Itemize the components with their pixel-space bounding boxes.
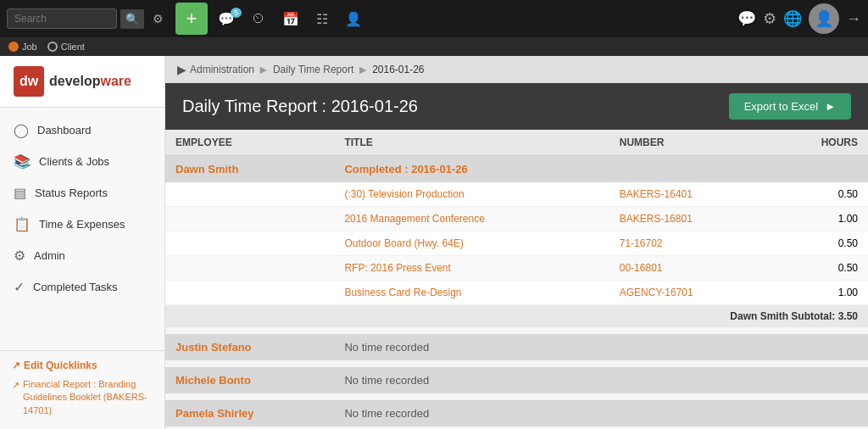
radio-job-label: Job <box>22 42 37 52</box>
edit-quicklinks-btn[interactable]: ↗ Edit Quicklinks <box>12 359 153 371</box>
task-link-2[interactable]: Outdoor Board (Hwy. 64E) <box>344 237 464 249</box>
employee-row-dawn-smith: Dawn Smith Completed : 2016-01-26 <box>165 156 868 183</box>
task-num-link-1[interactable]: BAKERS-16801 <box>620 213 693 225</box>
dashboard-icon: ◯ <box>14 122 29 138</box>
employee-name-michele[interactable]: Michele Bonto <box>165 367 334 393</box>
task-row-4: Business Card Re-Design AGENCY-16701 1.0… <box>165 281 868 305</box>
task-title-4[interactable]: Business Card Re-Design <box>334 281 609 305</box>
sidebar-item-time-expenses[interactable]: 📋 Time & Expenses <box>0 209 164 240</box>
task-hours-0: 0.50 <box>771 182 868 207</box>
quicklink-label: Financial Report : Branding Guidelines B… <box>23 378 153 417</box>
task-emp-2 <box>165 231 334 256</box>
task-number-3[interactable]: 00-16801 <box>609 256 771 281</box>
employee-completed-date: Completed : 2016-01-26 <box>334 156 868 183</box>
logo-text: developware <box>49 74 131 89</box>
logout-icon[interactable]: → <box>846 10 861 28</box>
sidebar: dw developware ◯ Dashboard 📚 Clients & J… <box>0 56 165 429</box>
chat-icon[interactable]: 💬 <box>737 9 756 28</box>
arrow-icon: ↗ <box>12 359 20 371</box>
sidebar-item-dashboard[interactable]: ◯ Dashboard <box>0 114 164 146</box>
sidebar-item-label: Dashboard <box>37 124 92 136</box>
logo-area: dw developware <box>0 56 164 108</box>
time-icon: 📋 <box>14 216 31 232</box>
grid-icon-btn[interactable]: ☷ <box>309 8 335 31</box>
task-row-2: Outdoor Board (Hwy. 64E) 71-16702 0.50 <box>165 231 868 256</box>
notifications-button[interactable]: 💬 5 <box>211 8 242 31</box>
task-title-0[interactable]: (:30) Television Production <box>334 182 609 207</box>
employee-link-justin[interactable]: Justin Stefano <box>175 341 252 354</box>
col-hours: HOURS <box>771 130 868 156</box>
sidebar-item-label: Admin <box>34 249 65 262</box>
task-link-1[interactable]: 2016 Management Conference <box>344 213 484 225</box>
task-number-0[interactable]: BAKERS-16401 <box>609 182 771 207</box>
people-icon-btn[interactable]: 👤 <box>338 8 369 31</box>
breadcrumb-sep-2: ► <box>357 63 369 76</box>
export-arrow-icon: ► <box>825 100 836 113</box>
employee-row-justin: Justin Stefano No time recorded <box>165 334 868 360</box>
filter-icon[interactable]: ⚙ <box>147 8 169 29</box>
export-excel-button[interactable]: Export to Excel ► <box>729 93 851 120</box>
sidebar-item-label: Status Reports <box>35 187 108 199</box>
task-hours-3: 0.50 <box>771 256 868 281</box>
task-number-2[interactable]: 71-16702 <box>609 231 771 256</box>
add-button[interactable]: + <box>175 3 208 35</box>
employee-link-pamela[interactable]: Pamela Shirley <box>175 407 254 420</box>
radio-dot-job <box>8 42 19 52</box>
breadcrumb: ▶ Administration ► Daily Time Report ► 2… <box>165 56 868 83</box>
breadcrumb-sep-1: ► <box>258 63 270 76</box>
sidebar-item-clients-jobs[interactable]: 📚 Clients & Jobs <box>0 146 164 177</box>
radio-job[interactable]: Job <box>8 42 37 52</box>
timer-icon-btn[interactable]: ⏲ <box>245 8 272 30</box>
spacer-row-1 <box>165 327 868 334</box>
task-row-0: (:30) Television Production BAKERS-16401… <box>165 182 868 207</box>
radio-client[interactable]: Client <box>47 42 85 52</box>
sidebar-item-completed-tasks[interactable]: ✓ Completed Tasks <box>0 271 164 303</box>
breadcrumb-date: 2016-01-26 <box>372 64 424 75</box>
task-title-2[interactable]: Outdoor Board (Hwy. 64E) <box>334 231 609 256</box>
calendar-icon-btn[interactable]: 📅 <box>275 8 306 31</box>
task-emp-0 <box>165 182 334 207</box>
quicklink-item[interactable]: ↗ Financial Report : Branding Guidelines… <box>12 378 153 417</box>
task-link-4[interactable]: Business Card Re-Design <box>344 287 461 298</box>
task-number-4[interactable]: AGENCY-16701 <box>609 281 771 305</box>
radio-client-label: Client <box>61 42 85 52</box>
task-num-link-3[interactable]: 00-16801 <box>620 262 663 274</box>
task-row-3: RFP: 2016 Press Event 00-16801 0.50 <box>165 256 868 281</box>
task-emp-4 <box>165 281 334 305</box>
logo: dw developware <box>14 66 131 97</box>
employee-link-michele[interactable]: Michele Bonto <box>175 374 251 387</box>
task-num-link-0[interactable]: BAKERS-16401 <box>620 188 693 200</box>
report-table: EMPLOYEE TITLE NUMBER HOURS Dawn Smith C… <box>165 130 868 426</box>
breadcrumb-administration[interactable]: Administration <box>190 64 254 75</box>
employee-name-justin[interactable]: Justin Stefano <box>165 334 334 360</box>
breadcrumb-daily-time-report[interactable]: Daily Time Report <box>273 64 353 75</box>
report-title: Daily Time Report : 2016-01-26 <box>182 97 418 116</box>
task-link-0[interactable]: (:30) Television Production <box>344 188 464 200</box>
status-icon: ▤ <box>14 185 26 201</box>
task-number-1[interactable]: BAKERS-16801 <box>609 207 771 231</box>
employee-name-dawn[interactable]: Dawn Smith <box>165 156 334 183</box>
table-header-row: EMPLOYEE TITLE NUMBER HOURS <box>165 130 868 156</box>
task-emp-3 <box>165 256 334 281</box>
task-num-link-2[interactable]: 71-16702 <box>620 237 663 249</box>
content-area: ▶ Administration ► Daily Time Report ► 2… <box>165 56 868 429</box>
search-input[interactable] <box>7 8 117 29</box>
globe-icon[interactable]: 🌐 <box>783 9 802 28</box>
employee-row-michele: Michele Bonto No time recorded <box>165 367 868 393</box>
user-avatar[interactable]: 👤 <box>809 3 839 34</box>
task-num-link-4[interactable]: AGENCY-16701 <box>620 287 693 298</box>
task-title-3[interactable]: RFP: 2016 Press Event <box>334 256 609 281</box>
employee-link-dawn[interactable]: Dawn Smith <box>175 163 238 176</box>
sidebar-item-status-reports[interactable]: ▤ Status Reports <box>0 177 164 209</box>
employee-row-pamela: Pamela Shirley No time recorded <box>165 400 868 426</box>
employee-name-pamela[interactable]: Pamela Shirley <box>165 400 334 426</box>
settings-icon[interactable]: ⚙ <box>763 9 776 28</box>
sidebar-item-label: Time & Expenses <box>39 218 125 231</box>
task-title-1[interactable]: 2016 Management Conference <box>334 207 609 231</box>
task-link-3[interactable]: RFP: 2016 Press Event <box>344 262 450 274</box>
col-title: TITLE <box>334 130 609 156</box>
sidebar-item-label: Completed Tasks <box>33 281 117 293</box>
sidebar-item-admin[interactable]: ⚙ Admin <box>0 240 164 271</box>
logo-icon: dw <box>14 66 44 97</box>
search-button[interactable]: 🔍 <box>120 9 144 29</box>
